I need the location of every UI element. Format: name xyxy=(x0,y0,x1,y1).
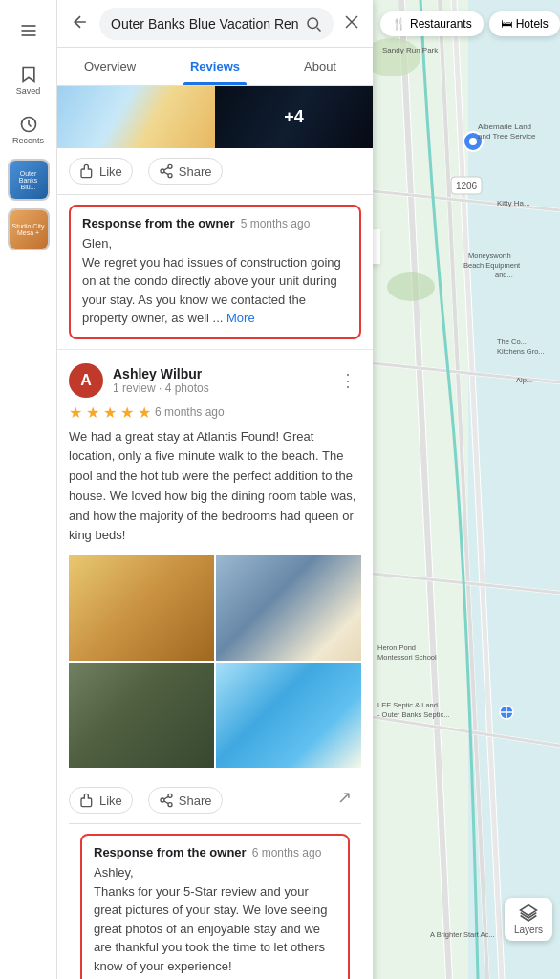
svg-point-15 xyxy=(168,803,172,807)
action-row-2: Like Share ↗ xyxy=(69,777,361,824)
back-button[interactable] xyxy=(67,9,94,39)
svg-point-4 xyxy=(308,18,318,29)
tab-about[interactable]: About xyxy=(268,48,373,85)
tab-overview[interactable]: Overview xyxy=(57,48,162,85)
like-icon-1 xyxy=(79,163,95,179)
owner-response-1-header: Response from the owner 5 months ago xyxy=(82,216,348,230)
hotels-chip[interactable]: 🛏 Hotels xyxy=(489,11,560,36)
tabs-bar: Overview Reviews About xyxy=(57,48,373,86)
share-icon-1 xyxy=(159,163,174,179)
owner-response-2: Response from the owner 6 months ago Ash… xyxy=(80,834,350,979)
utensils-icon: 🍴 xyxy=(392,17,406,31)
share-button-1[interactable]: Share xyxy=(148,158,223,185)
svg-line-11 xyxy=(164,172,169,175)
like-button-2[interactable]: Like xyxy=(69,787,133,814)
avatar-ashley: A xyxy=(69,363,103,398)
reviews-scroll-area[interactable]: +4 Like xyxy=(57,86,373,979)
photo-thumb-1[interactable] xyxy=(57,86,215,148)
svg-point-9 xyxy=(161,169,164,173)
svg-point-10 xyxy=(168,174,172,178)
owner-response-1: Response from the owner 5 months ago Gle… xyxy=(69,205,361,339)
svg-point-13 xyxy=(168,794,172,798)
three-dot-ashley[interactable]: ⋮ xyxy=(334,367,361,394)
restaurants-chip[interactable]: 🍴 Restaurants xyxy=(380,11,484,36)
saved-label: Saved xyxy=(16,86,41,96)
svg-text:The Co...: The Co... xyxy=(497,337,527,346)
review-photo-2[interactable] xyxy=(216,555,361,661)
layers-button[interactable]: Layers xyxy=(505,898,552,941)
layers-label: Layers xyxy=(514,925,543,935)
map-top-buttons: 🍴 Restaurants 🛏 Hotels xyxy=(380,11,560,36)
stars-row-ashley: ★ ★ ★ ★ ★ 6 months ago xyxy=(69,403,361,422)
like-icon-2 xyxy=(79,793,95,808)
review-ashley: A Ashley Wilbur 1 review · 4 photos ⋮ ★ … xyxy=(57,349,373,980)
owner-response-1-more[interactable]: More xyxy=(226,311,255,325)
svg-text:1206: 1206 xyxy=(456,181,478,191)
collapse-map-button[interactable]: ‹ xyxy=(373,229,380,264)
svg-line-12 xyxy=(164,167,169,170)
layers-icon xyxy=(519,903,538,923)
svg-text:Alp...: Alp... xyxy=(516,376,532,384)
svg-text:and...: and... xyxy=(495,271,513,279)
hotel-icon: 🛏 xyxy=(501,17,512,31)
svg-text:LEE Septic & Land: LEE Septic & Land xyxy=(377,701,438,709)
svg-text:Albemarle Land: Albemarle Land xyxy=(478,122,531,131)
action-row-1: Like Share xyxy=(57,148,373,195)
review-photo-grid-ashley[interactable] xyxy=(69,555,361,768)
svg-text:Kitty Ha...: Kitty Ha... xyxy=(497,199,530,207)
search-input-container[interactable]: Outer Banks Blue Vacation Ren xyxy=(99,8,334,40)
search-bar: Outer Banks Blue Vacation Ren xyxy=(57,0,373,48)
review-photo-3[interactable] xyxy=(69,663,214,768)
owner-response-2-body: Ashley, Thanks for your 5-Star review an… xyxy=(94,863,336,975)
photo-thumb-2[interactable]: +4 xyxy=(215,86,373,148)
svg-point-37 xyxy=(469,138,477,145)
search-icon xyxy=(305,15,322,33)
close-button[interactable] xyxy=(339,10,364,38)
close-icon xyxy=(343,13,360,31)
owner-response-1-body: Glen, We regret you had issues of constr… xyxy=(82,234,348,328)
map-svg: 1206 Sandy Run Park Albemarle Land and T… xyxy=(373,0,560,979)
svg-text:- Outer Banks Septic...: - Outer Banks Septic... xyxy=(377,710,449,719)
recents-label: Recents xyxy=(12,136,44,145)
menu-button[interactable] xyxy=(8,10,50,52)
reviewer-header-ashley: A Ashley Wilbur 1 review · 4 photos ⋮ xyxy=(69,363,361,398)
saved-nav-item[interactable]: Saved xyxy=(8,59,50,101)
recent-thumb-2[interactable]: Studio City Mesa + xyxy=(8,208,50,250)
svg-line-5 xyxy=(316,27,320,31)
recents-nav-item[interactable]: Recents xyxy=(8,109,50,151)
tab-reviews[interactable]: Reviews xyxy=(162,48,268,85)
svg-text:Moneysworth: Moneysworth xyxy=(468,251,511,260)
share-icon-2 xyxy=(159,793,174,808)
svg-point-8 xyxy=(168,164,172,168)
cursor-indicator: ↗ xyxy=(337,787,352,814)
reviewer-info-ashley: A Ashley Wilbur 1 review · 4 photos xyxy=(69,363,209,398)
like-button-1[interactable]: Like xyxy=(69,158,133,185)
svg-text:Kitchens Gro...: Kitchens Gro... xyxy=(497,347,545,356)
svg-text:and Tree Service: and Tree Service xyxy=(478,132,536,141)
recent-thumb-1[interactable]: Outer Banks Blu... xyxy=(8,159,50,201)
review-photo-1[interactable] xyxy=(69,555,214,661)
svg-line-17 xyxy=(164,797,169,800)
star-3-ashley: ★ xyxy=(103,403,117,422)
svg-text:Heron Pond: Heron Pond xyxy=(377,643,416,652)
reviewer-details-ashley: Ashley Wilbur 1 review · 4 photos xyxy=(113,366,209,395)
photos-strip[interactable]: +4 xyxy=(57,86,373,148)
search-query-text: Outer Banks Blue Vacation Ren xyxy=(111,16,299,32)
svg-text:Sandy Run Park: Sandy Run Park xyxy=(382,46,439,54)
star-5-ashley: ★ xyxy=(138,403,151,422)
star-2-ashley: ★ xyxy=(86,403,99,422)
svg-text:Beach Equipment: Beach Equipment xyxy=(463,261,521,270)
svg-point-14 xyxy=(161,798,164,802)
star-4-ashley: ★ xyxy=(120,403,134,422)
star-1-ashley: ★ xyxy=(69,403,82,422)
svg-line-16 xyxy=(164,801,169,804)
review-text-ashley: We had a great stay at Atlantis Found! G… xyxy=(69,427,361,547)
svg-point-35 xyxy=(387,272,435,301)
share-button-2[interactable]: Share xyxy=(148,787,223,814)
svg-text:A Brighter Start Ac...: A Brighter Start Ac... xyxy=(430,930,495,939)
owner-response-2-header: Response from the owner 6 months ago xyxy=(94,845,336,859)
more-photos-overlay[interactable]: +4 xyxy=(215,86,373,148)
review-photo-4[interactable] xyxy=(216,663,361,768)
map-area[interactable]: 1206 Sandy Run Park Albemarle Land and T… xyxy=(373,0,560,979)
svg-text:Montessori School: Montessori School xyxy=(377,653,437,662)
